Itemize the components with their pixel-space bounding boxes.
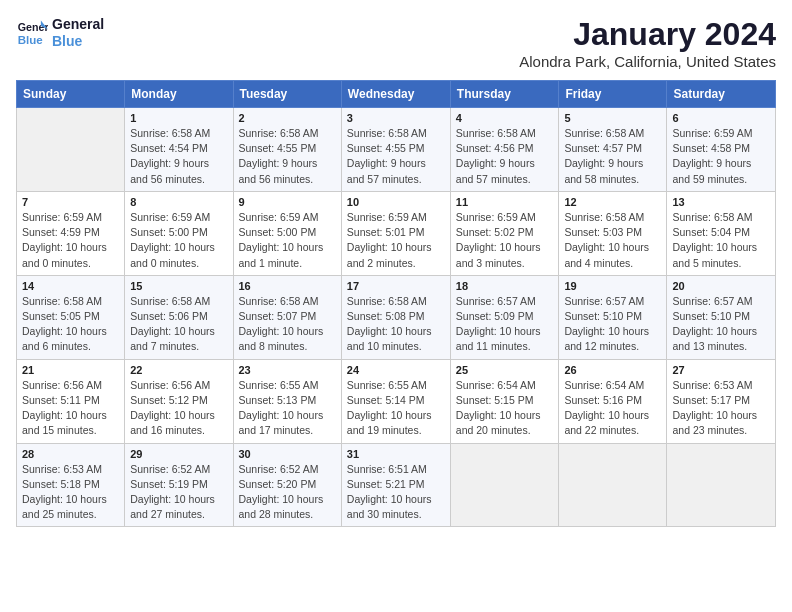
day-number: 29: [130, 448, 227, 460]
day-info: Sunrise: 6:58 AMSunset: 5:05 PMDaylight:…: [22, 294, 119, 355]
calendar-cell: 14Sunrise: 6:58 AMSunset: 5:05 PMDayligh…: [17, 275, 125, 359]
day-number: 14: [22, 280, 119, 292]
calendar-cell: 28Sunrise: 6:53 AMSunset: 5:18 PMDayligh…: [17, 443, 125, 527]
calendar-cell: 3Sunrise: 6:58 AMSunset: 4:55 PMDaylight…: [341, 108, 450, 192]
day-info: Sunrise: 6:58 AMSunset: 5:04 PMDaylight:…: [672, 210, 770, 271]
calendar-cell: 5Sunrise: 6:58 AMSunset: 4:57 PMDaylight…: [559, 108, 667, 192]
calendar-cell: [450, 443, 559, 527]
calendar-cell: 21Sunrise: 6:56 AMSunset: 5:11 PMDayligh…: [17, 359, 125, 443]
day-number: 23: [239, 364, 336, 376]
calendar-cell: 6Sunrise: 6:59 AMSunset: 4:58 PMDaylight…: [667, 108, 776, 192]
calendar-cell: 26Sunrise: 6:54 AMSunset: 5:16 PMDayligh…: [559, 359, 667, 443]
weekday-header-monday: Monday: [125, 81, 233, 108]
day-number: 11: [456, 196, 554, 208]
day-info: Sunrise: 6:58 AMSunset: 4:55 PMDaylight:…: [347, 126, 445, 187]
day-number: 9: [239, 196, 336, 208]
weekday-header-thursday: Thursday: [450, 81, 559, 108]
day-info: Sunrise: 6:58 AMSunset: 4:56 PMDaylight:…: [456, 126, 554, 187]
day-info: Sunrise: 6:58 AMSunset: 4:54 PMDaylight:…: [130, 126, 227, 187]
calendar-cell: 2Sunrise: 6:58 AMSunset: 4:55 PMDaylight…: [233, 108, 341, 192]
day-number: 25: [456, 364, 554, 376]
calendar-cell: 4Sunrise: 6:58 AMSunset: 4:56 PMDaylight…: [450, 108, 559, 192]
weekday-header-saturday: Saturday: [667, 81, 776, 108]
day-info: Sunrise: 6:58 AMSunset: 4:55 PMDaylight:…: [239, 126, 336, 187]
day-number: 5: [564, 112, 661, 124]
calendar-cell: 7Sunrise: 6:59 AMSunset: 4:59 PMDaylight…: [17, 191, 125, 275]
day-info: Sunrise: 6:58 AMSunset: 4:57 PMDaylight:…: [564, 126, 661, 187]
calendar-cell: 25Sunrise: 6:54 AMSunset: 5:15 PMDayligh…: [450, 359, 559, 443]
calendar-week-3: 14Sunrise: 6:58 AMSunset: 5:05 PMDayligh…: [17, 275, 776, 359]
calendar-week-1: 1Sunrise: 6:58 AMSunset: 4:54 PMDaylight…: [17, 108, 776, 192]
calendar-cell: [17, 108, 125, 192]
day-number: 31: [347, 448, 445, 460]
day-info: Sunrise: 6:59 AMSunset: 5:01 PMDaylight:…: [347, 210, 445, 271]
day-number: 18: [456, 280, 554, 292]
logo-blue: Blue: [52, 33, 104, 50]
day-number: 27: [672, 364, 770, 376]
day-number: 17: [347, 280, 445, 292]
day-info: Sunrise: 6:52 AMSunset: 5:19 PMDaylight:…: [130, 462, 227, 523]
day-info: Sunrise: 6:58 AMSunset: 5:06 PMDaylight:…: [130, 294, 227, 355]
day-number: 3: [347, 112, 445, 124]
title-block: January 2024 Alondra Park, California, U…: [519, 16, 776, 70]
calendar-cell: [559, 443, 667, 527]
calendar-cell: 18Sunrise: 6:57 AMSunset: 5:09 PMDayligh…: [450, 275, 559, 359]
weekday-header-wednesday: Wednesday: [341, 81, 450, 108]
day-info: Sunrise: 6:56 AMSunset: 5:12 PMDaylight:…: [130, 378, 227, 439]
calendar-cell: 24Sunrise: 6:55 AMSunset: 5:14 PMDayligh…: [341, 359, 450, 443]
day-info: Sunrise: 6:54 AMSunset: 5:15 PMDaylight:…: [456, 378, 554, 439]
day-number: 15: [130, 280, 227, 292]
calendar-cell: 10Sunrise: 6:59 AMSunset: 5:01 PMDayligh…: [341, 191, 450, 275]
day-info: Sunrise: 6:59 AMSunset: 5:02 PMDaylight:…: [456, 210, 554, 271]
day-number: 10: [347, 196, 445, 208]
calendar-cell: 23Sunrise: 6:55 AMSunset: 5:13 PMDayligh…: [233, 359, 341, 443]
svg-text:Blue: Blue: [18, 33, 44, 45]
day-info: Sunrise: 6:59 AMSunset: 5:00 PMDaylight:…: [239, 210, 336, 271]
day-number: 1: [130, 112, 227, 124]
day-info: Sunrise: 6:58 AMSunset: 5:07 PMDaylight:…: [239, 294, 336, 355]
page-header: General Blue General Blue January 2024 A…: [16, 16, 776, 70]
calendar-body: 1Sunrise: 6:58 AMSunset: 4:54 PMDaylight…: [17, 108, 776, 527]
day-number: 21: [22, 364, 119, 376]
logo: General Blue General Blue: [16, 16, 104, 50]
weekday-header-friday: Friday: [559, 81, 667, 108]
svg-text:General: General: [18, 21, 48, 33]
calendar-table: SundayMondayTuesdayWednesdayThursdayFrid…: [16, 80, 776, 527]
day-number: 2: [239, 112, 336, 124]
calendar-cell: 16Sunrise: 6:58 AMSunset: 5:07 PMDayligh…: [233, 275, 341, 359]
calendar-cell: 27Sunrise: 6:53 AMSunset: 5:17 PMDayligh…: [667, 359, 776, 443]
day-number: 24: [347, 364, 445, 376]
calendar-cell: [667, 443, 776, 527]
day-number: 30: [239, 448, 336, 460]
day-info: Sunrise: 6:54 AMSunset: 5:16 PMDaylight:…: [564, 378, 661, 439]
calendar-cell: 9Sunrise: 6:59 AMSunset: 5:00 PMDaylight…: [233, 191, 341, 275]
day-number: 28: [22, 448, 119, 460]
day-info: Sunrise: 6:57 AMSunset: 5:10 PMDaylight:…: [672, 294, 770, 355]
day-number: 7: [22, 196, 119, 208]
calendar-cell: 20Sunrise: 6:57 AMSunset: 5:10 PMDayligh…: [667, 275, 776, 359]
calendar-cell: 19Sunrise: 6:57 AMSunset: 5:10 PMDayligh…: [559, 275, 667, 359]
calendar-cell: 1Sunrise: 6:58 AMSunset: 4:54 PMDaylight…: [125, 108, 233, 192]
location-title: Alondra Park, California, United States: [519, 53, 776, 70]
day-number: 26: [564, 364, 661, 376]
day-number: 20: [672, 280, 770, 292]
day-info: Sunrise: 6:59 AMSunset: 4:59 PMDaylight:…: [22, 210, 119, 271]
weekday-header-row: SundayMondayTuesdayWednesdayThursdayFrid…: [17, 81, 776, 108]
day-number: 13: [672, 196, 770, 208]
day-number: 6: [672, 112, 770, 124]
calendar-cell: 12Sunrise: 6:58 AMSunset: 5:03 PMDayligh…: [559, 191, 667, 275]
day-info: Sunrise: 6:56 AMSunset: 5:11 PMDaylight:…: [22, 378, 119, 439]
weekday-header-sunday: Sunday: [17, 81, 125, 108]
calendar-cell: 11Sunrise: 6:59 AMSunset: 5:02 PMDayligh…: [450, 191, 559, 275]
day-info: Sunrise: 6:53 AMSunset: 5:18 PMDaylight:…: [22, 462, 119, 523]
day-info: Sunrise: 6:53 AMSunset: 5:17 PMDaylight:…: [672, 378, 770, 439]
day-info: Sunrise: 6:55 AMSunset: 5:14 PMDaylight:…: [347, 378, 445, 439]
day-number: 16: [239, 280, 336, 292]
calendar-cell: 15Sunrise: 6:58 AMSunset: 5:06 PMDayligh…: [125, 275, 233, 359]
day-info: Sunrise: 6:58 AMSunset: 5:03 PMDaylight:…: [564, 210, 661, 271]
day-info: Sunrise: 6:52 AMSunset: 5:20 PMDaylight:…: [239, 462, 336, 523]
day-number: 22: [130, 364, 227, 376]
day-number: 19: [564, 280, 661, 292]
day-info: Sunrise: 6:51 AMSunset: 5:21 PMDaylight:…: [347, 462, 445, 523]
calendar-week-4: 21Sunrise: 6:56 AMSunset: 5:11 PMDayligh…: [17, 359, 776, 443]
